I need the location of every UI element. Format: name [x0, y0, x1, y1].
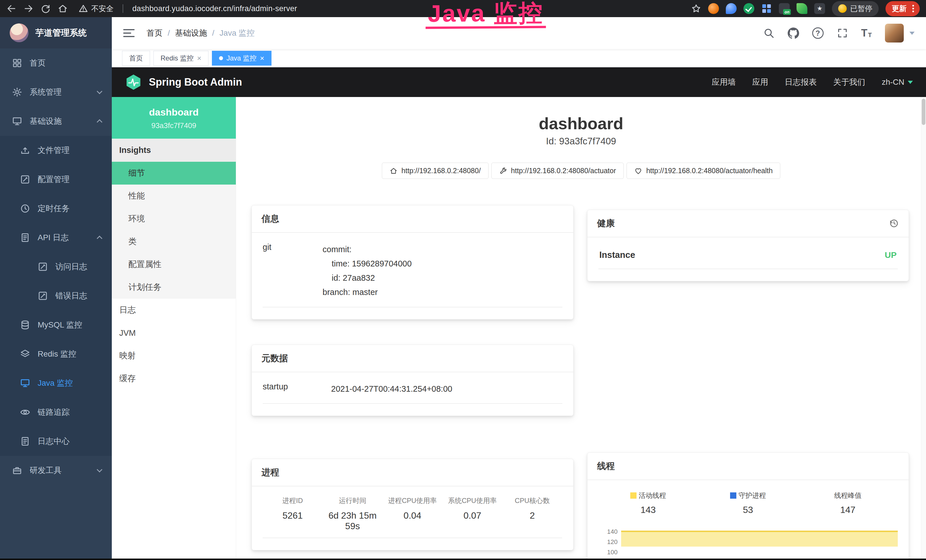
- toolbox-icon: [12, 465, 22, 475]
- card-title: 健康: [597, 217, 615, 229]
- sba-item-loggers[interactable]: 日志: [112, 299, 236, 321]
- instance-header[interactable]: dashboard 93a3fc7f7409: [112, 97, 236, 139]
- database-icon: [20, 320, 30, 330]
- address-url[interactable]: dashboard.yudao.iocoder.cn/infra/admin-s…: [132, 4, 297, 13]
- sidebar-toggle[interactable]: [123, 29, 135, 37]
- sidebar-item-config[interactable]: 配置管理: [0, 165, 112, 194]
- document-icon: [20, 233, 30, 243]
- sba-nav-about[interactable]: 关于我们: [833, 77, 865, 88]
- sidebar-item-file[interactable]: 文件管理: [0, 136, 112, 165]
- user-avatar[interactable]: [885, 24, 904, 42]
- metadata-value: 2021-04-27T00:44:31.254+08:00: [331, 382, 562, 396]
- edit-icon: [20, 174, 30, 185]
- search-icon[interactable]: [763, 27, 775, 39]
- sidebar-item-redis[interactable]: Redis 监控: [0, 339, 112, 369]
- sidebar-item-label: 定时任务: [38, 203, 70, 214]
- history-icon[interactable]: [889, 218, 899, 229]
- switch-on-extension-icon[interactable]: on: [779, 3, 790, 14]
- sidebar-item-devtools[interactable]: 研发工具: [0, 456, 112, 485]
- sidebar-item-java[interactable]: Java 监控: [0, 369, 112, 398]
- legend-swatch-blue: [730, 492, 736, 499]
- close-tab-icon[interactable]: [260, 54, 264, 62]
- update-button[interactable]: 更新: [885, 1, 920, 16]
- dashboard-icon: [12, 58, 22, 68]
- instance-links: http://192.168.0.2:48080/ http://192.168…: [236, 163, 926, 179]
- breadcrumb-infra[interactable]: 基础设施: [163, 28, 207, 38]
- legend-peak-threads: 线程峰值 147: [798, 491, 898, 515]
- github-icon[interactable]: [788, 27, 799, 39]
- sidebar-item-trace[interactable]: 链路追踪: [0, 398, 112, 427]
- reload-icon[interactable]: [41, 3, 51, 14]
- brand-name: 芋道管理系统: [35, 27, 87, 39]
- orange-extension-icon[interactable]: [708, 3, 719, 14]
- close-tab-icon[interactable]: [197, 54, 201, 62]
- threads-chart: 140 120 100: [598, 527, 898, 560]
- sidebar-item-mysql[interactable]: MySQL 监控: [0, 310, 112, 339]
- sba-item-jvm[interactable]: JVM: [112, 321, 236, 344]
- blue-drop-extension-icon[interactable]: [726, 3, 737, 14]
- instance-id: 93a3fc7f7409: [118, 121, 230, 130]
- sba-item-scheduled-tasks[interactable]: 计划任务: [112, 276, 236, 299]
- green-check-extension-icon[interactable]: [743, 3, 754, 14]
- sidebar-item-label: 文件管理: [38, 145, 70, 156]
- sba-item-caches[interactable]: 缓存: [112, 367, 236, 390]
- chevron-down-icon: [97, 467, 102, 472]
- sba-nav-journal[interactable]: 日志报表: [785, 77, 817, 88]
- instance-id-line: Id: 93a3fc7f7409: [236, 136, 926, 147]
- back-icon[interactable]: [6, 3, 17, 14]
- sba-item-details[interactable]: 细节: [112, 162, 236, 185]
- fullscreen-icon[interactable]: [837, 27, 848, 39]
- browser-menu-icon[interactable]: [912, 5, 914, 6]
- tab-redis[interactable]: Redis 监控: [153, 51, 209, 66]
- admin-menu: 首页 系统管理 基础设施 文件管理 配置管理: [0, 48, 112, 560]
- process-card: 进程 进程ID 5261 运行时间: [251, 459, 573, 550]
- blue-grid-extension-icon[interactable]: [761, 3, 772, 14]
- sidebar-item-home[interactable]: 首页: [0, 48, 112, 77]
- leaf-extension-icon[interactable]: [796, 3, 807, 14]
- sidebar-item-label: Redis 监控: [38, 349, 76, 359]
- sidebar-item-errorlog[interactable]: 错误日志: [0, 281, 112, 310]
- help-icon[interactable]: [812, 27, 824, 39]
- security-indicator[interactable]: 不安全: [79, 4, 113, 14]
- instance-actuator-link[interactable]: http://192.168.0.2:48080/actuator: [492, 163, 624, 179]
- sba-nav-wall[interactable]: 应用墙: [712, 77, 736, 88]
- spring-boot-admin: Spring Boot Admin 应用墙 应用 日志报表 关于我们 zh-CN: [112, 67, 926, 560]
- brand: 芋道管理系统: [0, 17, 112, 48]
- health-row[interactable]: Instance UP: [598, 247, 898, 269]
- breadcrumb-home[interactable]: 首页: [147, 28, 163, 38]
- scrollbar[interactable]: [921, 97, 926, 560]
- process-uptime: 运行时间 6d 23h 15m 59s: [322, 496, 383, 538]
- instance-health-link[interactable]: http://192.168.0.2:48080/actuator/health: [626, 163, 780, 179]
- profile-paused-badge[interactable]: 已暂停: [832, 1, 879, 16]
- sba-language-select[interactable]: zh-CN: [882, 77, 913, 87]
- wrench-icon: [499, 167, 507, 175]
- bookmark-star-icon[interactable]: [691, 3, 701, 14]
- layers-icon: [20, 349, 30, 359]
- sba-item-classes[interactable]: 类: [112, 230, 236, 253]
- sba-item-environment[interactable]: 环境: [112, 207, 236, 230]
- sba-item-mappings[interactable]: 映射: [112, 344, 236, 367]
- tab-java[interactable]: Java 监控: [212, 51, 271, 66]
- info-key: git: [263, 242, 322, 300]
- process-cpu: 进程CPU使用率 0.04: [383, 496, 442, 538]
- sidebar-item-logcenter[interactable]: 日志中心: [0, 427, 112, 456]
- sidebar-item-apilog[interactable]: API 日志: [0, 223, 112, 252]
- sba-nav-applications[interactable]: 应用: [752, 77, 768, 88]
- sidebar-item-job[interactable]: 定时任务: [0, 194, 112, 223]
- sba-item-performance[interactable]: 性能: [112, 185, 236, 207]
- tab-home[interactable]: 首页: [122, 51, 150, 66]
- forward-icon[interactable]: [23, 3, 34, 14]
- sba-item-configprops[interactable]: 配置属性: [112, 253, 236, 276]
- card-title: 线程: [597, 460, 615, 472]
- document-icon: [20, 436, 30, 446]
- cpu-cores: CPU核心数 2: [502, 496, 562, 538]
- avatar-caret-icon[interactable]: [909, 32, 915, 35]
- instance-homepage-link[interactable]: http://192.168.0.2:48080/: [382, 163, 489, 179]
- sidebar-item-system[interactable]: 系统管理: [0, 77, 112, 107]
- scrollbar-thumb[interactable]: [922, 99, 925, 125]
- sidebar-item-infra[interactable]: 基础设施: [0, 107, 112, 136]
- sidebar-item-accesslog[interactable]: 访问日志: [0, 252, 112, 281]
- font-size-icon[interactable]: TT: [861, 28, 872, 38]
- dark-star-extension-icon[interactable]: [814, 3, 825, 14]
- browser-home-icon[interactable]: [57, 3, 68, 14]
